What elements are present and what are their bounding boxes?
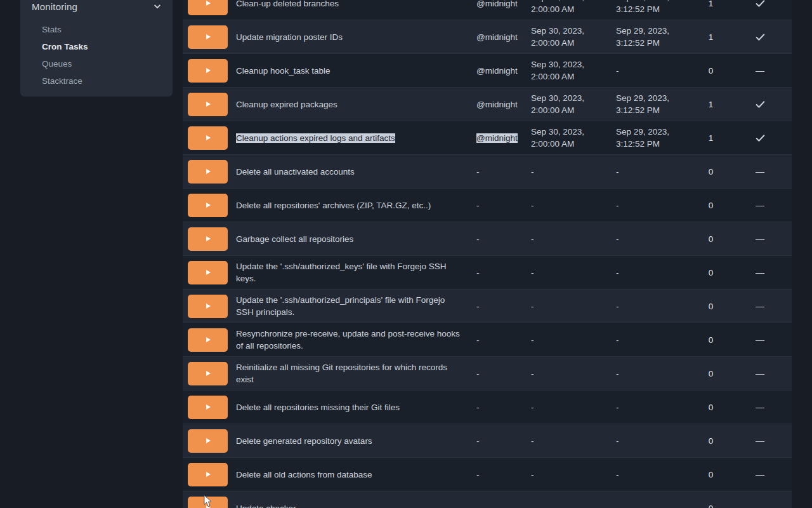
task-name: Update the '.ssh/authorized_principals' … — [228, 294, 469, 318]
task-next-run: - — [523, 401, 608, 413]
run-task-button[interactable] — [188, 396, 228, 419]
task-exec-times: 0 — [693, 233, 728, 245]
run-task-button[interactable] — [188, 194, 228, 217]
run-task-button[interactable] — [188, 463, 228, 486]
play-icon — [206, 304, 211, 309]
task-schedule: - — [469, 368, 523, 380]
task-status: — — [728, 334, 792, 346]
table-row: Resynchronize pre-receive, update and po… — [183, 323, 792, 356]
sidebar-item-stacktrace[interactable]: Stacktrace — [20, 72, 173, 90]
no-status-dash: — — [756, 199, 764, 211]
task-schedule: @midnight — [469, 0, 523, 10]
play-icon — [206, 270, 211, 275]
task-next-run: - — [523, 334, 608, 346]
task-schedule-text: - — [476, 403, 480, 412]
play-icon — [206, 404, 211, 410]
run-task-button[interactable] — [188, 295, 228, 318]
run-task-button[interactable] — [188, 59, 228, 83]
task-name-text: Update the '.ssh/authorized_principals' … — [236, 295, 445, 317]
task-name: Delete all repositories' archives (ZIP, … — [228, 199, 469, 211]
sidebar-header-monitoring[interactable]: Monitoring — [20, 0, 173, 13]
task-name-text: Update migration poster IDs — [236, 32, 343, 42]
run-task-button[interactable] — [188, 362, 228, 385]
run-task-cell — [183, 261, 228, 284]
table-row: Delete all repositories' archives (ZIP, … — [183, 188, 792, 222]
no-status-dash: — — [756, 233, 764, 245]
play-icon — [206, 438, 211, 443]
run-task-button[interactable] — [188, 429, 228, 453]
run-task-button[interactable] — [188, 160, 228, 184]
task-status: — — [728, 368, 792, 380]
task-status: — — [728, 300, 792, 312]
task-status: — — [728, 502, 792, 508]
task-last-run: - — [608, 334, 693, 346]
task-exec-times: 0 — [693, 502, 728, 508]
play-icon — [206, 102, 211, 107]
task-status — [728, 99, 792, 110]
table-row: Update the '.ssh/authorized_principals' … — [183, 289, 792, 323]
task-exec-times: 1 — [693, 31, 728, 43]
task-name-text: Update checker — [236, 504, 296, 508]
task-next-run: - — [523, 435, 608, 447]
task-name-text: Resynchronize pre-receive, update and po… — [236, 329, 460, 351]
task-last-run: - — [608, 368, 693, 380]
run-task-button[interactable] — [188, 126, 228, 150]
no-status-dash: — — [756, 469, 764, 481]
run-task-cell — [183, 328, 228, 352]
run-task-button[interactable] — [188, 93, 228, 116]
task-name-text: Delete all repositories' archives (ZIP, … — [236, 201, 431, 210]
task-name: Delete generated repository avatars — [228, 435, 469, 447]
sidebar-item-stats[interactable]: Stats — [20, 21, 173, 38]
task-name-text: Delete all unactivated accounts — [236, 167, 355, 177]
task-schedule-text: @midnight — [476, 32, 518, 42]
run-task-button[interactable] — [188, 328, 228, 352]
run-task-cell — [183, 25, 228, 49]
task-name-text: Garbage collect all repositories — [236, 234, 353, 244]
task-schedule: - — [469, 267, 523, 279]
task-name-text: Cleanup hook_task table — [236, 66, 331, 76]
sidebar-item-cron-tasks[interactable]: Cron Tasks — [20, 38, 173, 55]
run-task-button[interactable] — [188, 227, 228, 251]
task-next-run: - — [523, 502, 608, 508]
no-status-dash: — — [756, 65, 764, 77]
task-status: — — [728, 435, 792, 447]
task-name: Cleanup hook_task table — [228, 65, 469, 77]
task-exec-times: 0 — [693, 267, 728, 279]
task-name: Update migration poster IDs — [228, 31, 469, 43]
no-status-dash: — — [756, 368, 764, 380]
table-row: Reinitialize all missing Git repositorie… — [183, 356, 792, 390]
task-next-run: - — [523, 469, 608, 481]
table-row: Delete all old actions from database - -… — [183, 457, 792, 491]
run-task-cell — [183, 396, 228, 419]
task-last-run: - — [608, 502, 693, 508]
cron-tasks-table: Clean-up deleted branches @midnight Sep … — [183, 0, 792, 508]
play-icon — [206, 68, 211, 73]
task-status: — — [728, 166, 792, 178]
table-row: Garbage collect all repositories - - - 0… — [183, 222, 792, 255]
run-task-button[interactable] — [188, 25, 228, 49]
task-schedule-text: - — [476, 335, 480, 345]
task-next-run: Sep 30, 2023, 2:00:00 AM — [523, 25, 608, 49]
play-icon — [206, 337, 211, 342]
run-task-button[interactable] — [188, 261, 228, 284]
play-icon — [206, 371, 211, 376]
task-schedule: - — [469, 469, 523, 481]
check-icon — [755, 32, 766, 43]
sidebar-item-queues[interactable]: Queues — [20, 55, 173, 72]
sidebar-title: Monitoring — [32, 1, 77, 12]
task-last-run: - — [608, 469, 693, 481]
task-exec-times: 0 — [693, 469, 728, 481]
run-task-cell — [183, 463, 228, 486]
task-last-run: Sep 29, 2023, 3:12:52 PM — [608, 0, 693, 15]
task-next-run: Sep 30, 2023, 2:00:00 AM — [523, 58, 608, 83]
run-task-button[interactable] — [188, 0, 228, 15]
table-row: Delete all repositories missing their Gi… — [183, 390, 792, 424]
no-status-dash: — — [756, 300, 764, 312]
run-task-cell — [183, 59, 228, 83]
task-name-text: Clean-up deleted branches — [236, 0, 339, 8]
no-status-dash: — — [756, 502, 764, 508]
no-status-dash: — — [756, 267, 764, 279]
task-schedule-text: - — [476, 234, 480, 244]
task-exec-times: 0 — [693, 65, 728, 77]
task-exec-times: 0 — [693, 401, 728, 413]
